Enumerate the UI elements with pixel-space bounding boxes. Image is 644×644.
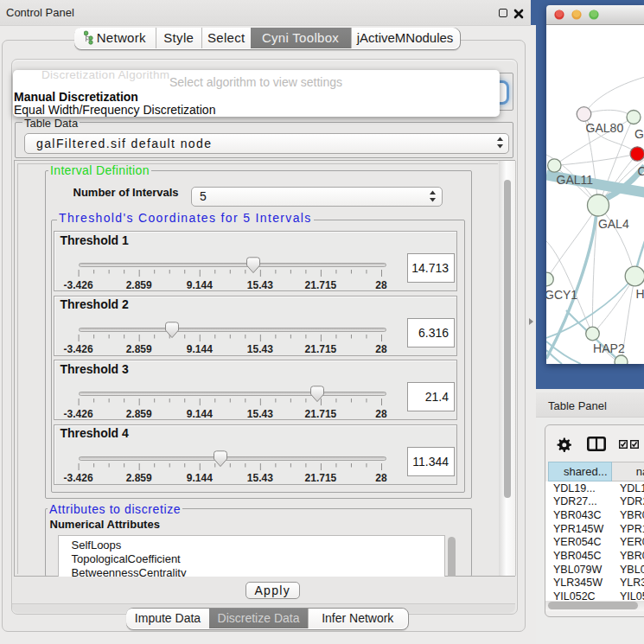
svg-text:GAL4: GAL4 bbox=[597, 216, 628, 230]
svg-text:GCY1: GCY1 bbox=[546, 287, 577, 301]
svg-text:GA: GA bbox=[634, 127, 644, 141]
svg-text:H: H bbox=[635, 286, 644, 300]
svg-text:GAL11: GAL11 bbox=[556, 173, 593, 187]
svg-text:GAL80: GAL80 bbox=[585, 121, 623, 135]
svg-text:C: C bbox=[637, 163, 644, 177]
svg-text:HAP2: HAP2 bbox=[593, 341, 625, 354]
